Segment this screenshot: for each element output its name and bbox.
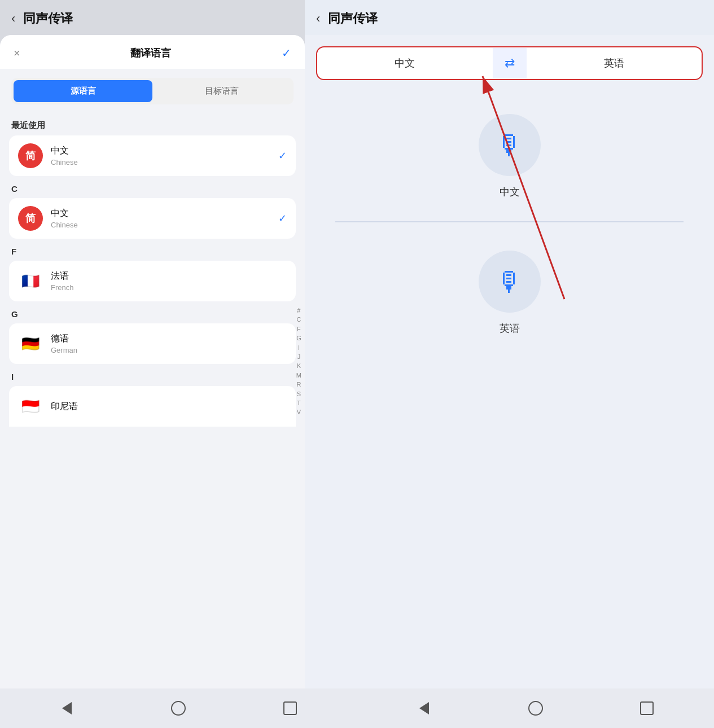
tab-switcher: 源语言 目标语言	[11, 78, 294, 104]
left-nav-back[interactable]	[56, 697, 78, 720]
g-lang-name: 德语	[51, 333, 287, 345]
target-mic-section: 🎙 英语	[316, 239, 703, 335]
right-nav-home[interactable]	[524, 697, 547, 720]
target-mic-icon: 🎙	[496, 266, 523, 297]
german-flag-icon: 🇩🇪	[18, 331, 43, 356]
indonesian-flag-icon: 🇮🇩	[18, 394, 43, 419]
right-nav-back[interactable]	[413, 697, 435, 720]
g-item-german[interactable]: 🇩🇪 德语 German	[9, 323, 296, 364]
source-mic-section: 🎙 中文	[316, 114, 703, 199]
c-check-icon: ✓	[278, 212, 287, 225]
right-header-title: 同声传译	[328, 10, 378, 27]
right-nav-square[interactable]	[636, 697, 658, 720]
section-f-list: 🇫🇷 法语 French	[0, 261, 305, 302]
source-lang-selector[interactable]: 中文	[317, 47, 493, 79]
right-back-icon[interactable]: ‹	[316, 11, 320, 26]
check-icon: ✓	[278, 150, 287, 162]
f-lang-name: 法语	[51, 270, 287, 282]
dialog-title: 翻译语言	[130, 46, 171, 60]
left-header-title: 同声传译	[23, 10, 73, 27]
lang-sub: Chinese	[51, 158, 278, 166]
close-button[interactable]: ×	[14, 47, 20, 60]
source-mic-label: 中文	[500, 185, 520, 199]
recent-item-chinese[interactable]: 简 中文 Chinese ✓	[9, 135, 296, 176]
section-c: C	[0, 177, 305, 198]
c-item-chinese[interactable]: 简 中文 Chinese ✓	[9, 198, 296, 239]
lang-name: 中文	[51, 145, 278, 157]
f-item-french[interactable]: 🇫🇷 法语 French	[9, 261, 296, 301]
recent-list: 简 中文 Chinese ✓	[0, 135, 305, 177]
left-back-icon[interactable]: ‹	[11, 11, 15, 26]
right-nav	[357, 688, 715, 728]
i-item-indonesian[interactable]: 🇮🇩 印尼语	[9, 386, 296, 427]
french-flag-icon: 🇫🇷	[18, 269, 43, 293]
section-f: F	[0, 240, 305, 261]
i-lang-name: 印尼语	[51, 401, 287, 413]
divider	[335, 221, 684, 222]
bottom-nav	[0, 688, 714, 728]
left-nav-home[interactable]	[167, 697, 190, 720]
c-lang-sub: Chinese	[51, 221, 278, 229]
section-i: I	[0, 365, 305, 386]
tab-source[interactable]: 源语言	[14, 80, 152, 102]
confirm-button[interactable]: ✓	[282, 46, 291, 60]
g-lang-sub: German	[51, 346, 287, 354]
c-lang-name: 中文	[51, 208, 278, 220]
target-lang-selector[interactable]: 英语	[527, 47, 702, 79]
target-mic-label: 英语	[500, 322, 520, 335]
section-recent: 最近使用	[0, 113, 305, 135]
swap-button[interactable]: ⇄	[493, 48, 527, 78]
lang-selector-bar: 中文 ⇄ 英语	[316, 46, 703, 80]
source-mic-button[interactable]: 🎙	[479, 114, 541, 176]
left-nav	[0, 688, 357, 728]
swap-icon: ⇄	[505, 56, 515, 71]
section-g: G	[0, 302, 305, 323]
f-lang-sub: French	[51, 283, 287, 292]
alphabet-index: # C F G I J K M R S T V	[296, 306, 301, 417]
section-c-list: 简 中文 Chinese ✓	[0, 198, 305, 240]
target-mic-button[interactable]: 🎙	[479, 251, 541, 313]
chinese-icon: 简	[18, 143, 43, 168]
section-i-list: 🇮🇩 印尼语	[0, 386, 305, 428]
source-mic-icon: 🎙	[496, 130, 523, 161]
section-g-list: 🇩🇪 德语 German	[0, 323, 305, 365]
tab-target[interactable]: 目标语言	[152, 80, 291, 102]
left-nav-square[interactable]	[279, 697, 301, 720]
chinese-c-icon: 简	[18, 206, 43, 231]
